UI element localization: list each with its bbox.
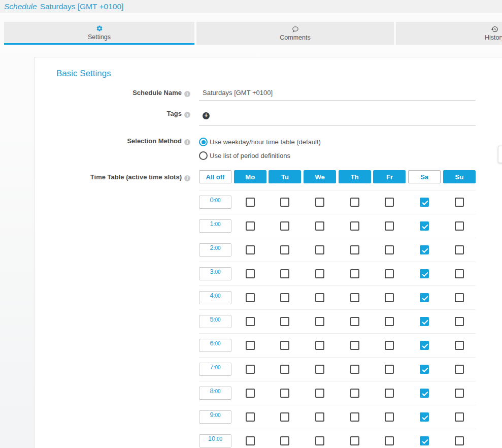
hour-button-1[interactable]: 1:00	[199, 219, 231, 233]
slot-checkbox-we-3[interactable]	[315, 269, 324, 278]
slot-checkbox-su-8[interactable]	[455, 389, 464, 398]
slot-checkbox-we-7[interactable]	[315, 365, 324, 374]
slot-checkbox-mo-4[interactable]	[246, 293, 255, 302]
slot-checkbox-su-4[interactable]	[455, 293, 464, 302]
slot-checkbox-mo-10[interactable]	[246, 436, 255, 445]
slot-checkbox-we-9[interactable]	[315, 412, 324, 422]
slot-checkbox-fr-0[interactable]	[385, 198, 394, 207]
slot-checkbox-tu-1[interactable]	[280, 221, 289, 231]
slot-checkbox-we-5[interactable]	[315, 317, 324, 326]
slot-checkbox-tu-9[interactable]	[280, 412, 289, 422]
slot-checkbox-we-10[interactable]	[315, 436, 324, 445]
slot-checkbox-tu-7[interactable]	[280, 365, 289, 374]
slot-checkbox-fr-10[interactable]	[385, 436, 394, 445]
slot-checkbox-th-8[interactable]	[350, 389, 359, 398]
slot-checkbox-sa-7[interactable]	[420, 365, 429, 374]
hour-button-9[interactable]: 9:00	[199, 410, 231, 424]
hour-button-8[interactable]: 8:00	[199, 387, 231, 400]
slot-checkbox-mo-8[interactable]	[246, 389, 255, 398]
selection-method-option-0[interactable]: Use weekday/hour time table (default)	[199, 138, 476, 146]
add-tag-button[interactable]	[203, 112, 210, 119]
day-button-su[interactable]: Su	[443, 170, 476, 183]
slot-checkbox-th-2[interactable]	[350, 245, 359, 254]
slot-checkbox-we-0[interactable]	[315, 198, 324, 207]
slot-checkbox-su-3[interactable]	[455, 269, 464, 278]
slot-checkbox-sa-3[interactable]	[420, 269, 429, 278]
slot-checkbox-su-9[interactable]	[455, 412, 464, 422]
hour-button-6[interactable]: 6:00	[199, 339, 231, 352]
slot-checkbox-th-6[interactable]	[350, 341, 359, 350]
slot-checkbox-tu-0[interactable]	[280, 198, 289, 207]
slot-checkbox-fr-3[interactable]	[385, 269, 394, 278]
slot-checkbox-mo-0[interactable]	[246, 198, 255, 207]
hour-button-0[interactable]: 0:00	[199, 196, 231, 209]
hour-button-10[interactable]: 10:00	[199, 434, 231, 447]
slot-checkbox-sa-1[interactable]	[420, 221, 429, 231]
slot-checkbox-su-5[interactable]	[455, 317, 464, 326]
slot-checkbox-sa-5[interactable]	[420, 317, 429, 326]
schedule-name-input[interactable]: Saturdays [GMT +0100]	[199, 89, 476, 101]
slot-checkbox-fr-6[interactable]	[385, 341, 394, 350]
slot-checkbox-tu-8[interactable]	[280, 389, 289, 398]
slot-checkbox-su-2[interactable]	[455, 245, 464, 254]
slot-checkbox-we-1[interactable]	[315, 221, 324, 231]
day-button-th[interactable]: Th	[339, 170, 371, 183]
slot-checkbox-tu-2[interactable]	[280, 245, 289, 254]
side-panel-handle[interactable]	[498, 146, 502, 163]
slot-checkbox-mo-6[interactable]	[246, 341, 255, 350]
slot-checkbox-mo-2[interactable]	[246, 245, 255, 254]
slot-checkbox-mo-5[interactable]	[246, 317, 255, 326]
slot-checkbox-mo-9[interactable]	[246, 412, 255, 422]
slot-checkbox-tu-4[interactable]	[280, 293, 289, 302]
tab-comments[interactable]: Comments	[196, 22, 394, 45]
slot-checkbox-th-3[interactable]	[350, 269, 359, 278]
slot-checkbox-sa-10[interactable]	[420, 436, 429, 445]
day-button-tu[interactable]: Tu	[269, 170, 301, 183]
slot-checkbox-th-10[interactable]	[350, 436, 359, 445]
slot-checkbox-th-9[interactable]	[350, 412, 359, 422]
slot-checkbox-we-8[interactable]	[315, 389, 324, 398]
slot-checkbox-fr-2[interactable]	[385, 245, 394, 254]
slot-checkbox-we-2[interactable]	[315, 245, 324, 254]
slot-checkbox-sa-0[interactable]	[420, 198, 429, 207]
slot-checkbox-tu-10[interactable]	[280, 436, 289, 445]
radio-icon[interactable]	[199, 151, 208, 160]
hour-button-3[interactable]: 3:00	[199, 267, 231, 280]
slot-checkbox-fr-8[interactable]	[385, 389, 394, 398]
slot-checkbox-th-7[interactable]	[350, 365, 359, 374]
slot-checkbox-sa-2[interactable]	[420, 245, 429, 254]
slot-checkbox-su-6[interactable]	[455, 341, 464, 350]
slot-checkbox-fr-5[interactable]	[385, 317, 394, 326]
hour-button-7[interactable]: 7:00	[199, 363, 231, 376]
slot-checkbox-th-5[interactable]	[350, 317, 359, 326]
slot-checkbox-su-1[interactable]	[455, 221, 464, 231]
selection-method-option-1[interactable]: Use list of period definitions	[199, 151, 476, 160]
day-button-we[interactable]: We	[304, 170, 336, 183]
slot-checkbox-tu-5[interactable]	[280, 317, 289, 326]
slot-checkbox-mo-7[interactable]	[246, 365, 255, 374]
hour-button-4[interactable]: 4:00	[199, 291, 231, 304]
slot-checkbox-sa-8[interactable]	[420, 389, 429, 398]
slot-checkbox-fr-1[interactable]	[385, 221, 394, 231]
slot-checkbox-th-4[interactable]	[350, 293, 359, 302]
slot-checkbox-we-6[interactable]	[315, 341, 324, 350]
slot-checkbox-fr-7[interactable]	[385, 365, 394, 374]
slot-checkbox-su-7[interactable]	[455, 365, 464, 374]
slot-checkbox-sa-9[interactable]	[420, 412, 429, 422]
slot-checkbox-fr-4[interactable]	[385, 293, 394, 302]
radio-selected-icon[interactable]	[199, 138, 208, 146]
slot-checkbox-fr-9[interactable]	[385, 412, 394, 422]
day-button-mo[interactable]: Mo	[234, 170, 266, 183]
hour-button-5[interactable]: 5:00	[199, 315, 231, 328]
tab-settings[interactable]: Settings	[4, 22, 194, 45]
slot-checkbox-su-10[interactable]	[455, 436, 464, 445]
day-button-fr[interactable]: Fr	[373, 170, 406, 183]
slot-checkbox-th-0[interactable]	[350, 198, 359, 207]
slot-checkbox-su-0[interactable]	[455, 198, 464, 207]
slot-checkbox-mo-3[interactable]	[246, 269, 255, 278]
all-off-button[interactable]: All off	[199, 170, 231, 183]
hour-button-2[interactable]: 2:00	[199, 243, 231, 257]
slot-checkbox-we-4[interactable]	[315, 293, 324, 302]
day-button-sa[interactable]: Sa	[408, 170, 441, 183]
tab-history[interactable]: History	[396, 22, 502, 45]
